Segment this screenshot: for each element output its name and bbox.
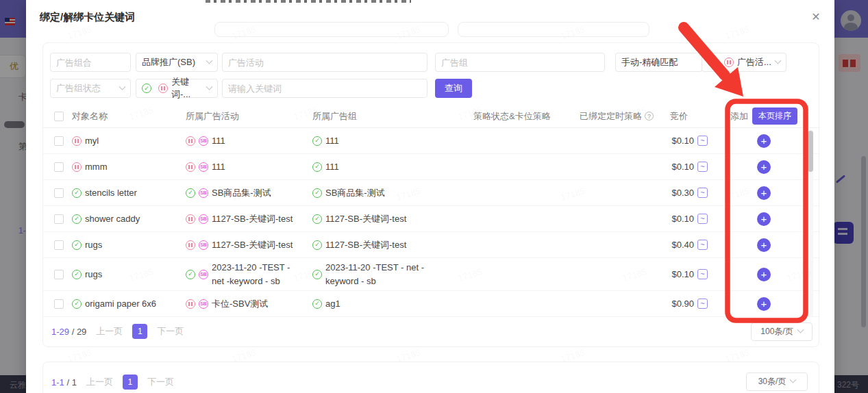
table-row: mmm SB111 111 $0.10~ + [43, 154, 820, 180]
add-button[interactable]: + [757, 238, 771, 252]
row-checkbox[interactable] [54, 240, 64, 250]
prev-page-button[interactable]: 上一页 [96, 325, 123, 338]
paused-status-icon [158, 84, 168, 93]
bid-trend-icon[interactable]: ~ [697, 162, 708, 172]
row-checkbox[interactable] [54, 136, 64, 146]
next-page-button[interactable]: 下一页 [147, 376, 174, 388]
add-button[interactable]: + [757, 186, 771, 200]
keyword-status-select[interactable]: 关键词-... [136, 79, 218, 98]
table-scrollbar[interactable] [808, 129, 813, 317]
pagination: 1-29 / 29 上一页 1 下一页 [51, 324, 184, 339]
add-button[interactable]: + [757, 297, 771, 311]
add-button[interactable]: + [757, 268, 771, 281]
pagination-range: 1-1 / 1 [51, 377, 77, 388]
col-strategy: 策略状态&卡位策略 [473, 110, 580, 123]
col-bound-timer: 已绑定定时策略 ? [580, 110, 656, 123]
row-checkbox[interactable] [54, 162, 64, 172]
campaign-status-icon [186, 270, 195, 279]
page-number-button[interactable]: 1 [132, 324, 147, 339]
adgroup-status-icon [312, 299, 322, 309]
table-row: rugs SB1127-SB-关键词-test 1127-SB-关键词-test… [43, 232, 820, 258]
keyword-name: rugs [85, 269, 102, 279]
table-row: origami paper 6x6 SB卡位-SBV测试 ag1 $0.90~ … [43, 291, 820, 317]
clipped-input [214, 22, 449, 37]
adgroup-status-placeholder: 广告组状态 [56, 82, 116, 94]
campaign-status-select[interactable]: 广告活... [702, 53, 786, 72]
table-scrollbar-thumb[interactable] [808, 131, 813, 172]
campaign-name: 111 [212, 160, 303, 174]
table-row: myl SB111 111 $0.10~ + [43, 128, 820, 154]
row-checkbox[interactable] [54, 270, 64, 279]
adgroup-status-icon [312, 270, 322, 279]
keyword-search-input[interactable] [222, 79, 427, 98]
keyword-status-icon [72, 270, 82, 279]
help-icon[interactable]: ? [645, 112, 654, 121]
col-add-label: 添加 [730, 110, 748, 123]
campaign-status-icon [186, 299, 195, 309]
sort-page-button[interactable]: 本页排序 [752, 107, 797, 125]
next-page-button[interactable]: 下一页 [157, 325, 184, 338]
close-icon[interactable]: ✕ [807, 8, 825, 26]
bind-keywords-modal: 绑定/解绑卡位关键词 ✕ 品牌推广(SB) 手动-精确匹配 [26, 0, 834, 393]
keyword-status-icon [72, 136, 82, 146]
portfolio-input[interactable] [50, 53, 131, 72]
add-button[interactable]: + [757, 160, 771, 174]
keyword-status-icon [72, 162, 82, 172]
campaign-status-icon [186, 162, 195, 172]
adgroup-name: 2023-11-20 -TEST - net - keyword - sb [325, 261, 438, 288]
bid-trend-icon[interactable]: ~ [697, 136, 708, 146]
prev-page-button[interactable]: 上一页 [86, 376, 113, 388]
keyword-status-icon [72, 214, 82, 224]
bid-trend-icon[interactable]: ~ [697, 188, 708, 198]
match-type-field[interactable]: 手动-精确匹配 [615, 53, 703, 72]
bid-trend-icon[interactable]: ~ [697, 269, 708, 279]
total-value: / 29 [72, 327, 87, 337]
chevron-down-icon [206, 57, 213, 64]
col-bound-timer-label: 已绑定定时策略 [580, 110, 642, 123]
keyword-panel: 品牌推广(SB) 手动-精确匹配 广告活... 广告组状态 [42, 42, 819, 347]
campaign-status-icon [186, 240, 195, 250]
bid-value: $0.10 [671, 214, 694, 224]
row-checkbox[interactable] [54, 188, 64, 198]
bid-trend-icon[interactable]: ~ [697, 299, 708, 309]
col-object-name: 对象名称 [72, 110, 186, 123]
row-checkbox[interactable] [54, 299, 64, 309]
col-add: 添加 本页排序 [708, 107, 820, 125]
campaign-input-field[interactable] [228, 58, 421, 68]
chevron-down-icon [790, 377, 797, 383]
bid-trend-icon[interactable]: ~ [697, 214, 708, 224]
page-size-select[interactable]: 100条/页 [751, 322, 813, 341]
add-button[interactable]: + [757, 134, 771, 148]
clipped-scrolled-text [206, 0, 411, 3]
ad-type-select[interactable]: 品牌推广(SB) [136, 53, 218, 72]
sb-badge-icon: SB [199, 270, 208, 279]
bid-trend-icon[interactable]: ~ [697, 240, 708, 250]
enabled-status-icon [142, 84, 151, 93]
adgroup-name: 111 [325, 160, 438, 174]
table-row: rugs SB2023-11-20 -TEST - net -keyword -… [43, 258, 820, 291]
pagination: 1-1 / 1 上一页 1 下一页 [51, 375, 174, 390]
search-button[interactable]: 查询 [435, 79, 472, 98]
table-row: shower caddy SB1127-SB-关键词-test 1127-SB-… [43, 206, 820, 232]
page-number-button[interactable]: 1 [123, 375, 138, 390]
row-checkbox[interactable] [54, 214, 64, 224]
keyword-name: rugs [85, 240, 102, 250]
page-size-select[interactable]: 30条/页 [746, 372, 808, 391]
bid-value: $0.10 [671, 269, 694, 279]
keyword-status-value: 关键词-... [171, 76, 203, 101]
chevron-down-icon [775, 57, 782, 64]
adgroup-input[interactable] [435, 53, 605, 72]
keyword-status-icon [72, 240, 82, 250]
keyword-search-field[interactable] [228, 84, 421, 94]
select-all-checkbox[interactable] [54, 112, 64, 121]
add-button[interactable]: + [757, 212, 771, 226]
sb-badge-icon: SB [199, 214, 208, 224]
adgroup-input-field[interactable] [441, 58, 599, 68]
sb-badge-icon: SB [199, 299, 208, 309]
campaign-input[interactable] [222, 53, 427, 72]
sb-badge-icon: SB [199, 240, 208, 250]
keyword-status-icon [72, 299, 82, 309]
portfolio-input-field[interactable] [56, 58, 125, 68]
adgroup-status-select[interactable]: 广告组状态 [50, 79, 131, 98]
chevron-down-icon [206, 83, 213, 90]
